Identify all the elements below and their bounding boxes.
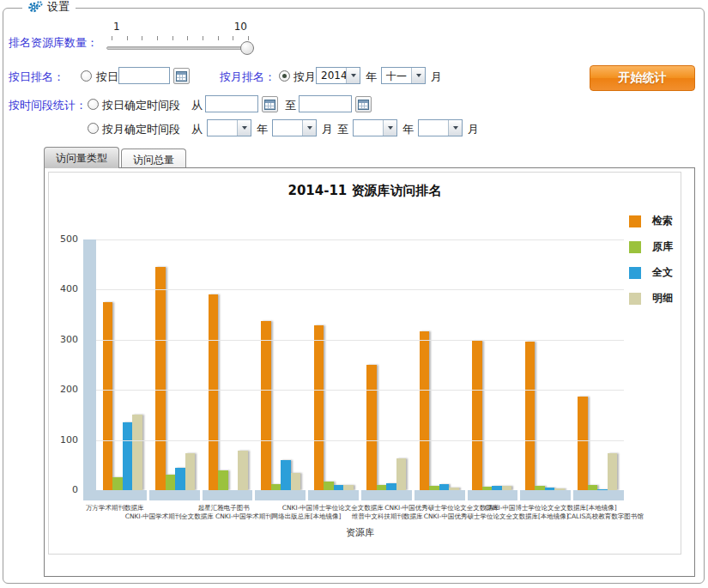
- bar-明细: [608, 453, 618, 490]
- bar-groups: [96, 239, 624, 490]
- slider-tick: [157, 36, 158, 40]
- y-tick-label: 200: [49, 384, 78, 395]
- x-band-segment: [255, 490, 306, 500]
- chevron-down-icon[interactable]: [346, 68, 360, 83]
- chevron-down-icon[interactable]: [237, 120, 251, 136]
- rank-count-label: 排名资源库数量：: [9, 35, 98, 51]
- calendar-icon: [264, 100, 275, 110]
- period-to-year-select[interactable]: [353, 119, 397, 136]
- period-from-calendar-button[interactable]: [262, 96, 278, 112]
- calendar-icon: [358, 100, 369, 110]
- bar-group: [413, 239, 466, 490]
- slider-tick: [218, 36, 219, 40]
- bar-原库: [324, 482, 334, 490]
- slider-tick: [127, 36, 128, 40]
- gridline: [96, 340, 624, 341]
- chevron-down-icon[interactable]: [411, 68, 425, 83]
- slider-tick: [142, 36, 142, 40]
- bar-全文: [386, 483, 396, 490]
- bar-原库: [112, 477, 123, 490]
- bar-全文: [439, 484, 450, 490]
- period-from-month-select[interactable]: [272, 119, 317, 136]
- slider-thumb[interactable]: [240, 41, 254, 55]
- month-unit-label: 月: [468, 122, 479, 137]
- start-statistics-button[interactable]: 开始统计: [590, 65, 695, 91]
- settings-groupbox: 设置 排名资源库数量： 1 10 按日排名： 按日 按月排名： 按月 2014 …: [3, 8, 705, 584]
- daily-calendar-button[interactable]: [173, 68, 190, 84]
- daily-date-input[interactable]: [118, 67, 170, 84]
- bar-检索: [525, 342, 536, 490]
- period-to-calendar-button[interactable]: [355, 96, 372, 112]
- daily-rank-radio[interactable]: [81, 70, 92, 82]
- legend-label: 明细: [652, 291, 673, 306]
- bar-group: [255, 239, 308, 490]
- x-band-segment: [203, 490, 253, 500]
- bar-检索: [103, 302, 113, 490]
- x-category-label: CNKI-中国学术期刊网络出版总库[本地镜像]: [215, 512, 342, 521]
- bar-全文: [281, 460, 291, 490]
- chevron-down-icon[interactable]: [383, 120, 396, 136]
- x-category-label: 维普中文科技期刊数据库: [352, 512, 423, 521]
- legend-swatch: [629, 293, 641, 305]
- period-from-year-select[interactable]: [207, 119, 251, 136]
- bar-明细: [185, 453, 196, 490]
- daily-rank-radio-label: 按日: [96, 70, 118, 85]
- legend-item: 原库: [629, 239, 681, 254]
- gridline: [96, 390, 624, 391]
- bar-检索: [155, 267, 166, 490]
- bar-检索: [366, 365, 377, 490]
- x-band-segment: [308, 490, 359, 500]
- x-category-label: CNKI-中国优秀硕士学位论文全文数据库[本地镜像]: [424, 512, 569, 521]
- slider-tick: [203, 36, 203, 40]
- bar-检索: [578, 397, 588, 490]
- chevron-down-icon[interactable]: [448, 120, 462, 136]
- bar-明细: [132, 415, 142, 490]
- legend-swatch: [629, 267, 641, 279]
- bar-明细: [291, 473, 301, 490]
- legend-item: 检索: [629, 214, 681, 228]
- period-by-month-radio[interactable]: [88, 123, 99, 134]
- tab-bar: 访问量类型 访问总量: [44, 147, 186, 168]
- year-select[interactable]: 2014: [316, 67, 360, 84]
- bar-group: [202, 239, 255, 490]
- chevron-down-icon[interactable]: [302, 120, 316, 136]
- year-unit-label: 年: [366, 70, 377, 85]
- slider-max-label: 10: [234, 21, 247, 33]
- y-tick-label: 400: [49, 283, 78, 294]
- x-band-segment: [149, 490, 200, 500]
- x-category-label: CNKI-中国优秀硕士学位论文全文数据库: [384, 504, 499, 512]
- legend-item: 明细: [629, 291, 681, 306]
- bar-group: [360, 239, 414, 490]
- bar-原库: [271, 484, 281, 490]
- bar-检索: [314, 325, 324, 490]
- x-category-labels: 万方学术期刊数据库CNKI-中国学术期刊全文数据库超星汇雅电子图书CNKI-中国…: [88, 502, 632, 524]
- x-band-segment: [361, 490, 412, 500]
- bar-明细: [396, 458, 407, 490]
- month-unit-label: 月: [322, 122, 333, 137]
- period-by-day-radio[interactable]: [88, 99, 99, 110]
- y-tick-label: 500: [49, 233, 78, 245]
- period-by-month-radio-label: 按月确定时间段: [102, 122, 180, 137]
- bar-group: [572, 239, 625, 490]
- groupbox-legend: 设置: [22, 0, 76, 15]
- bar-明细: [238, 451, 248, 490]
- rank-count-slider[interactable]: 1 10: [106, 21, 254, 60]
- plot-area: [96, 239, 624, 490]
- period-from-date-input[interactable]: [205, 95, 258, 112]
- tab-visit-total[interactable]: 访问总量: [121, 149, 186, 168]
- slider-tick: [172, 36, 173, 40]
- y-tick-label: 0: [49, 484, 78, 495]
- bar-group: [96, 239, 149, 490]
- y-axis-wall: [83, 239, 96, 500]
- x-axis-band: [96, 490, 624, 500]
- period-to-month-select[interactable]: [418, 119, 463, 136]
- bar-检索: [261, 321, 271, 490]
- tab-visit-type[interactable]: 访问量类型: [44, 147, 119, 168]
- y-tick-label: 100: [49, 434, 78, 446]
- month-select[interactable]: 十一: [381, 67, 426, 84]
- panel-title: 设置: [47, 0, 70, 15]
- period-to-date-input[interactable]: [299, 95, 352, 112]
- slider-track[interactable]: [106, 46, 254, 50]
- year-select-value: 2014: [317, 68, 346, 83]
- monthly-rank-radio[interactable]: [279, 70, 290, 82]
